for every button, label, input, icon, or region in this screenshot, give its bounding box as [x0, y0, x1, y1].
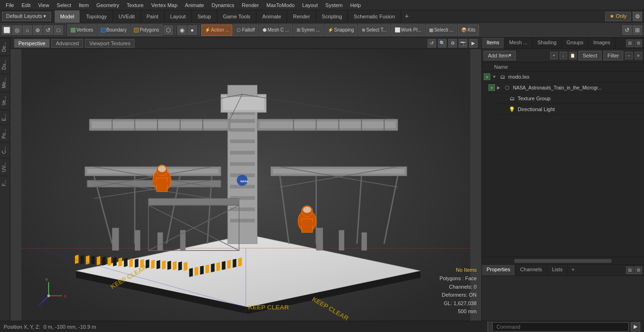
- menu-maxtomodo[interactable]: MaxToModo: [263, 1, 298, 9]
- vp-ctrl-rotate[interactable]: ↺: [428, 39, 436, 48]
- toolbar-boundary-btn[interactable]: Boundary: [98, 24, 130, 36]
- menu-edit[interactable]: Edit: [18, 1, 34, 9]
- toolbar-kits-btn[interactable]: 📦 Kits: [458, 24, 479, 36]
- toolbar-reset-icon[interactable]: ↺: [622, 25, 632, 35]
- vp-ctrl-play[interactable]: ▶: [469, 39, 478, 48]
- menu-select[interactable]: Select: [53, 1, 75, 9]
- props-settings-btn[interactable]: ⚙: [635, 267, 642, 274]
- menu-geometry[interactable]: Geometry: [92, 1, 123, 9]
- items-col-down-icon[interactable]: ↓: [560, 52, 567, 59]
- star-only-button[interactable]: ★ Only: [605, 12, 631, 21]
- menu-animate[interactable]: Animate: [181, 1, 207, 9]
- items-tab-groups[interactable]: Groups: [561, 38, 588, 49]
- props-tab-channels[interactable]: Channels: [515, 265, 547, 275]
- items-tab-mesh[interactable]: Mesh ...: [504, 38, 533, 49]
- sidebar-tab-po[interactable]: Po...: [0, 125, 10, 143]
- toolbar-icon-6[interactable]: □: [54, 25, 63, 35]
- add-item-btn[interactable]: Add Item ▾: [484, 51, 516, 60]
- items-maximize-btn[interactable]: ⊞: [626, 40, 634, 47]
- items-select-btn[interactable]: Select: [578, 51, 602, 60]
- items-col-copy-icon[interactable]: 📋: [569, 52, 577, 59]
- tab-render[interactable]: Render: [287, 10, 316, 23]
- toolbar-vertices-btn[interactable]: Vertices: [67, 24, 97, 36]
- props-tab-add[interactable]: +: [568, 265, 578, 275]
- menu-item[interactable]: Item: [75, 1, 92, 9]
- tab-add-button[interactable]: +: [401, 10, 413, 23]
- item-expand-modo[interactable]: ▼: [492, 74, 497, 79]
- item-row-nasa[interactable]: ● ▶ ⬡ NASA_Astronauts_Train_in_the_Micro…: [487, 82, 644, 93]
- items-col-plus-icon[interactable]: +: [550, 52, 558, 59]
- item-vis-eye-nasa[interactable]: ●: [488, 84, 495, 91]
- toolbar-icon-3[interactable]: ⌂: [23, 25, 32, 35]
- sidebar-tab-me[interactable]: Me...: [0, 73, 10, 92]
- sidebar-tab-ve[interactable]: Ve...: [0, 92, 10, 109]
- menu-vertex-map[interactable]: Vertex Map: [148, 1, 182, 9]
- props-tab-properties[interactable]: Properties: [482, 265, 515, 275]
- tab-schematic-fusion[interactable]: Schematic Fusion: [348, 10, 401, 23]
- tab-setup[interactable]: Setup: [192, 10, 217, 23]
- menu-file[interactable]: File: [2, 1, 18, 9]
- sidebar-tab-du[interactable]: Du...: [0, 56, 10, 73]
- toolbar-circle-icon[interactable]: ◉: [177, 25, 187, 35]
- scene-canvas[interactable]: KEEP CLEAR KEEP CLEAR KEEP CLEAR: [10, 49, 481, 321]
- item-vis-eye-modo[interactable]: ●: [484, 73, 490, 80]
- tab-animate[interactable]: Animate: [256, 10, 287, 23]
- item-row-texture-group[interactable]: ▶ 🗂 Texture Group: [491, 93, 644, 104]
- toolbar-grid-icon[interactable]: ⊞: [633, 25, 642, 35]
- status-resize-handle[interactable]: [487, 321, 492, 332]
- toolbar-shape-icon[interactable]: ⬡: [164, 25, 173, 35]
- items-menu-icon[interactable]: ≡: [635, 52, 642, 59]
- vp-tab-advanced[interactable]: Advanced: [51, 39, 83, 48]
- toolbar-icon-4[interactable]: ⊕: [33, 25, 42, 35]
- tab-scripting[interactable]: Scripting: [316, 10, 348, 23]
- items-filter-btn[interactable]: Filter: [603, 51, 623, 60]
- layout-dropdown[interactable]: Default Layouts ▾: [2, 12, 51, 21]
- menu-texture[interactable]: Texture: [123, 1, 148, 9]
- tab-topology[interactable]: Topology: [80, 10, 113, 23]
- toolbar-work-pl-btn[interactable]: ⬜ Work Pl...: [391, 24, 425, 36]
- toolbar-mesh-btn[interactable]: ⬢ Mesh C ...: [259, 24, 293, 36]
- menu-layout[interactable]: Layout: [298, 1, 322, 9]
- items-list[interactable]: ● ▼ 🗂 modo.lxo ● ▶ ⬡ NASA_Astronauts_Tra…: [482, 72, 644, 257]
- item-row-modo-lxo[interactable]: ● ▼ 🗂 modo.lxo: [482, 72, 644, 82]
- props-maximize-btn[interactable]: ⊞: [626, 267, 634, 274]
- sidebar-tab-uv[interactable]: UV...: [0, 158, 10, 176]
- toolbar-action-btn[interactable]: ⚡ Action ...: [201, 24, 233, 36]
- toolbar-snapping-btn[interactable]: ⚡ Snapping: [324, 24, 357, 36]
- vp-ctrl-zoom[interactable]: 🔍: [438, 39, 446, 48]
- toolbar-icon-5[interactable]: ↺: [43, 25, 53, 35]
- vp-ctrl-camera[interactable]: 📷: [459, 39, 467, 48]
- toolbar-select-t-btn[interactable]: ⊕ Select T...: [358, 24, 390, 36]
- tab-uvedit[interactable]: UVEdit: [113, 10, 141, 23]
- sidebar-tab-c[interactable]: C...: [0, 142, 10, 158]
- items-tab-items[interactable]: Items: [482, 38, 504, 49]
- vp-ctrl-settings[interactable]: ⚙: [448, 39, 457, 48]
- toolbar-selecti-btn[interactable]: ▦ Selecti ...: [426, 24, 457, 36]
- command-exec-button[interactable]: ▶: [631, 322, 640, 332]
- toolbar-icon-1[interactable]: ⬜: [2, 25, 11, 35]
- menu-render[interactable]: Render: [238, 1, 263, 9]
- menu-system[interactable]: System: [322, 1, 347, 9]
- items-tab-images[interactable]: Images: [588, 38, 615, 49]
- tab-model[interactable]: Model: [55, 10, 81, 23]
- sidebar-tab-e[interactable]: E...: [0, 110, 10, 125]
- items-scrollbar[interactable]: [514, 259, 611, 263]
- sidebar-tab-de[interactable]: De...: [0, 38, 10, 56]
- command-input[interactable]: [492, 322, 629, 332]
- vp-tab-viewport-textures[interactable]: Viewport Textures: [85, 39, 134, 48]
- sidebar-tab-f[interactable]: F...: [0, 176, 10, 190]
- menu-view[interactable]: View: [34, 1, 53, 9]
- tab-paint[interactable]: Paint: [141, 10, 165, 23]
- tab-layout[interactable]: Layout: [165, 10, 192, 23]
- items-tab-shading[interactable]: Shading: [533, 38, 561, 49]
- vp-tab-perspective[interactable]: Perspective: [14, 39, 50, 48]
- toolbar-dot-icon[interactable]: ●: [188, 25, 197, 35]
- menu-help[interactable]: Help: [347, 1, 365, 9]
- toolbar-symm-btn[interactable]: ⊞ Symm ...: [293, 24, 323, 36]
- item-expand-nasa[interactable]: ▶: [497, 85, 502, 90]
- item-row-directional-light[interactable]: ▶ 💡 Directional Light: [491, 104, 644, 115]
- toolbar-polygons-btn[interactable]: Polygons: [131, 24, 162, 36]
- menu-dynamics[interactable]: Dynamics: [208, 1, 238, 9]
- items-scrollbar-area[interactable]: [482, 257, 644, 264]
- tab-game-tools[interactable]: Game Tools: [217, 10, 257, 23]
